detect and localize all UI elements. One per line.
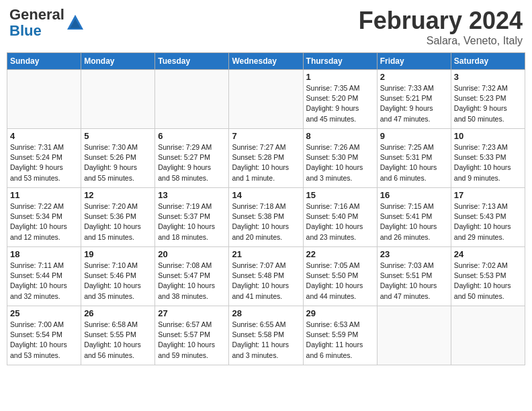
day-number: 4 — [10, 131, 78, 141]
weekday-header: Monday — [81, 53, 155, 70]
day-info: Sunrise: 7:22 AM Sunset: 5:34 PM Dayligh… — [10, 201, 78, 242]
calendar-cell — [229, 70, 303, 129]
day-number: 8 — [306, 131, 374, 141]
calendar-cell: 19Sunrise: 7:10 AM Sunset: 5:46 PM Dayli… — [81, 247, 155, 306]
calendar-cell: 10Sunrise: 7:23 AM Sunset: 5:33 PM Dayli… — [451, 129, 525, 188]
calendar-cell: 1Sunrise: 7:35 AM Sunset: 5:20 PM Daylig… — [303, 70, 377, 129]
day-number: 28 — [232, 308, 300, 318]
day-number: 25 — [10, 308, 78, 318]
day-info: Sunrise: 7:15 AM Sunset: 5:41 PM Dayligh… — [380, 201, 448, 242]
day-info: Sunrise: 7:20 AM Sunset: 5:36 PM Dayligh… — [84, 201, 152, 242]
calendar-week-row: 4Sunrise: 7:31 AM Sunset: 5:24 PM Daylig… — [7, 129, 525, 188]
day-number: 26 — [84, 308, 152, 318]
day-info: Sunrise: 7:19 AM Sunset: 5:37 PM Dayligh… — [158, 201, 226, 242]
logo: General Blue — [9, 7, 85, 39]
day-info: Sunrise: 7:23 AM Sunset: 5:33 PM Dayligh… — [454, 142, 522, 183]
day-number: 13 — [158, 190, 226, 200]
calendar-cell — [81, 70, 155, 129]
weekday-header: Thursday — [303, 53, 377, 70]
month-title: February 2024 — [359, 7, 523, 35]
day-info: Sunrise: 7:05 AM Sunset: 5:50 PM Dayligh… — [306, 261, 374, 302]
day-number: 22 — [306, 249, 374, 259]
day-info: Sunrise: 7:31 AM Sunset: 5:24 PM Dayligh… — [10, 142, 78, 183]
calendar-week-row: 11Sunrise: 7:22 AM Sunset: 5:34 PM Dayli… — [7, 188, 525, 247]
day-number: 7 — [232, 131, 300, 141]
page-header: General Blue February 2024 Salara, Venet… — [7, 7, 525, 47]
day-number: 18 — [10, 249, 78, 259]
day-number: 5 — [84, 131, 152, 141]
calendar-cell — [155, 70, 229, 129]
calendar-cell: 4Sunrise: 7:31 AM Sunset: 5:24 PM Daylig… — [7, 129, 81, 188]
day-info: Sunrise: 7:13 AM Sunset: 5:43 PM Dayligh… — [454, 201, 522, 242]
day-number: 9 — [380, 131, 448, 141]
day-info: Sunrise: 7:33 AM Sunset: 5:21 PM Dayligh… — [380, 83, 448, 124]
day-number: 12 — [84, 190, 152, 200]
calendar-cell: 18Sunrise: 7:11 AM Sunset: 5:44 PM Dayli… — [7, 247, 81, 306]
day-info: Sunrise: 7:07 AM Sunset: 5:48 PM Dayligh… — [232, 261, 300, 302]
calendar-cell: 16Sunrise: 7:15 AM Sunset: 5:41 PM Dayli… — [377, 188, 451, 247]
calendar-cell: 27Sunrise: 6:57 AM Sunset: 5:57 PM Dayli… — [155, 306, 229, 365]
day-number: 14 — [232, 190, 300, 200]
day-info: Sunrise: 6:55 AM Sunset: 5:58 PM Dayligh… — [232, 320, 300, 361]
day-info: Sunrise: 6:53 AM Sunset: 5:59 PM Dayligh… — [306, 320, 374, 361]
day-number: 23 — [380, 249, 448, 259]
day-number: 2 — [380, 72, 448, 82]
day-number: 19 — [84, 249, 152, 259]
calendar-cell — [7, 70, 81, 129]
calendar-week-row: 25Sunrise: 7:00 AM Sunset: 5:54 PM Dayli… — [7, 306, 525, 365]
title-block: February 2024 Salara, Veneto, Italy — [359, 7, 523, 47]
day-info: Sunrise: 7:18 AM Sunset: 5:38 PM Dayligh… — [232, 201, 300, 242]
day-info: Sunrise: 7:02 AM Sunset: 5:53 PM Dayligh… — [454, 261, 522, 302]
calendar-cell: 26Sunrise: 6:58 AM Sunset: 5:55 PM Dayli… — [81, 306, 155, 365]
calendar-table: SundayMondayTuesdayWednesdayThursdayFrid… — [7, 52, 525, 365]
calendar-cell: 29Sunrise: 6:53 AM Sunset: 5:59 PM Dayli… — [303, 306, 377, 365]
day-info: Sunrise: 7:26 AM Sunset: 5:30 PM Dayligh… — [306, 142, 374, 183]
calendar-cell: 8Sunrise: 7:26 AM Sunset: 5:30 PM Daylig… — [303, 129, 377, 188]
calendar-cell: 12Sunrise: 7:20 AM Sunset: 5:36 PM Dayli… — [81, 188, 155, 247]
day-info: Sunrise: 7:00 AM Sunset: 5:54 PM Dayligh… — [10, 320, 78, 361]
calendar-cell: 11Sunrise: 7:22 AM Sunset: 5:34 PM Dayli… — [7, 188, 81, 247]
day-number: 6 — [158, 131, 226, 141]
day-info: Sunrise: 7:30 AM Sunset: 5:26 PM Dayligh… — [84, 142, 152, 183]
weekday-header: Tuesday — [155, 53, 229, 70]
day-number: 29 — [306, 308, 374, 318]
day-info: Sunrise: 7:32 AM Sunset: 5:23 PM Dayligh… — [454, 83, 522, 124]
day-info: Sunrise: 6:58 AM Sunset: 5:55 PM Dayligh… — [84, 320, 152, 361]
calendar-cell: 21Sunrise: 7:07 AM Sunset: 5:48 PM Dayli… — [229, 247, 303, 306]
calendar-cell: 23Sunrise: 7:03 AM Sunset: 5:51 PM Dayli… — [377, 247, 451, 306]
weekday-header: Sunday — [7, 53, 81, 70]
calendar-cell: 13Sunrise: 7:19 AM Sunset: 5:37 PM Dayli… — [155, 188, 229, 247]
day-number: 11 — [10, 190, 78, 200]
day-info: Sunrise: 7:11 AM Sunset: 5:44 PM Dayligh… — [10, 261, 78, 302]
weekday-header-row: SundayMondayTuesdayWednesdayThursdayFrid… — [7, 53, 525, 70]
day-number: 3 — [454, 72, 522, 82]
calendar-cell: 22Sunrise: 7:05 AM Sunset: 5:50 PM Dayli… — [303, 247, 377, 306]
calendar-cell: 20Sunrise: 7:08 AM Sunset: 5:47 PM Dayli… — [155, 247, 229, 306]
calendar-cell: 15Sunrise: 7:16 AM Sunset: 5:40 PM Dayli… — [303, 188, 377, 247]
calendar-cell: 14Sunrise: 7:18 AM Sunset: 5:38 PM Dayli… — [229, 188, 303, 247]
day-info: Sunrise: 7:27 AM Sunset: 5:28 PM Dayligh… — [232, 142, 300, 183]
day-number: 17 — [454, 190, 522, 200]
day-number: 1 — [306, 72, 374, 82]
calendar-cell: 25Sunrise: 7:00 AM Sunset: 5:54 PM Dayli… — [7, 306, 81, 365]
calendar-cell: 5Sunrise: 7:30 AM Sunset: 5:26 PM Daylig… — [81, 129, 155, 188]
calendar-cell: 6Sunrise: 7:29 AM Sunset: 5:27 PM Daylig… — [155, 129, 229, 188]
calendar-cell: 7Sunrise: 7:27 AM Sunset: 5:28 PM Daylig… — [229, 129, 303, 188]
calendar-cell: 2Sunrise: 7:33 AM Sunset: 5:21 PM Daylig… — [377, 70, 451, 129]
day-info: Sunrise: 7:03 AM Sunset: 5:51 PM Dayligh… — [380, 261, 448, 302]
day-number: 16 — [380, 190, 448, 200]
day-number: 20 — [158, 249, 226, 259]
day-info: Sunrise: 6:57 AM Sunset: 5:57 PM Dayligh… — [158, 320, 226, 361]
calendar-week-row: 18Sunrise: 7:11 AM Sunset: 5:44 PM Dayli… — [7, 247, 525, 306]
weekday-header: Friday — [377, 53, 451, 70]
day-number: 10 — [454, 131, 522, 141]
logo-blue: Blue — [9, 22, 42, 39]
calendar-week-row: 1Sunrise: 7:35 AM Sunset: 5:20 PM Daylig… — [7, 70, 525, 129]
calendar-cell: 17Sunrise: 7:13 AM Sunset: 5:43 PM Dayli… — [451, 188, 525, 247]
day-number: 21 — [232, 249, 300, 259]
calendar-cell: 9Sunrise: 7:25 AM Sunset: 5:31 PM Daylig… — [377, 129, 451, 188]
day-info: Sunrise: 7:16 AM Sunset: 5:40 PM Dayligh… — [306, 201, 374, 242]
location: Salara, Veneto, Italy — [359, 35, 523, 47]
day-info: Sunrise: 7:08 AM Sunset: 5:47 PM Dayligh… — [158, 261, 226, 302]
day-info: Sunrise: 7:25 AM Sunset: 5:31 PM Dayligh… — [380, 142, 448, 183]
